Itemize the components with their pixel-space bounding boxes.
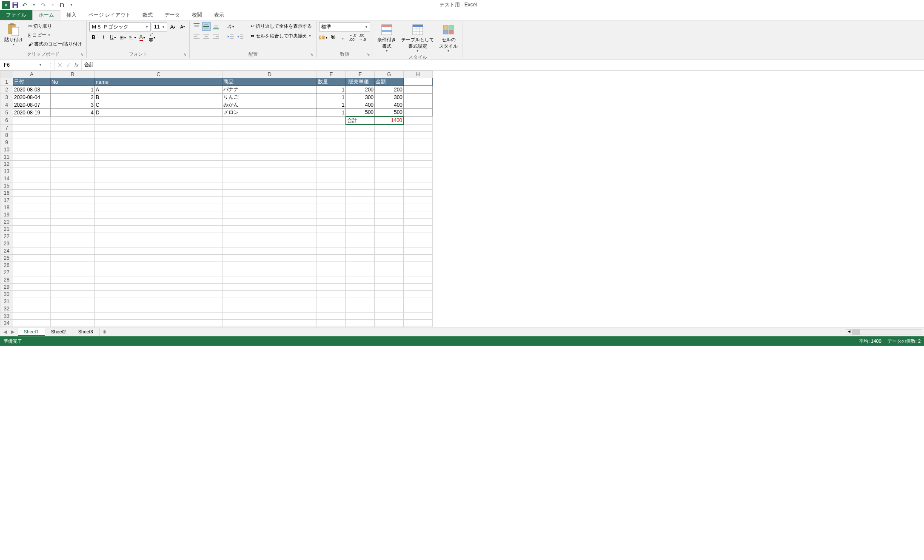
format-as-table-button[interactable]: テーブルとして 書式設定 ▼ bbox=[399, 22, 436, 53]
align-left-icon[interactable] bbox=[192, 32, 201, 41]
redo-icon[interactable]: ↷ bbox=[39, 1, 48, 9]
row-header-15[interactable]: 15 bbox=[0, 182, 13, 190]
row-header-13[interactable]: 13 bbox=[0, 168, 13, 175]
row-header-26[interactable]: 26 bbox=[0, 262, 13, 269]
cell[interactable]: 3 bbox=[51, 101, 95, 109]
excel-logo-icon[interactable]: X bbox=[2, 1, 10, 9]
row-header-30[interactable]: 30 bbox=[0, 291, 13, 298]
align-middle-icon[interactable] bbox=[202, 22, 211, 31]
increase-decimal-icon[interactable]: ←.0.00 bbox=[348, 33, 357, 42]
row-header-18[interactable]: 18 bbox=[0, 204, 13, 211]
row-header-1[interactable]: 1 bbox=[0, 78, 13, 86]
underline-button[interactable]: U▼ bbox=[109, 33, 117, 42]
row-header-34[interactable]: 34 bbox=[0, 320, 13, 327]
row-header-17[interactable]: 17 bbox=[0, 197, 13, 204]
cell[interactable]: 2020-08-04 bbox=[13, 94, 51, 101]
row-header-20[interactable]: 20 bbox=[0, 219, 13, 226]
sheet-tab-sheet1[interactable]: Sheet1 bbox=[18, 328, 45, 336]
cell[interactable]: 300 bbox=[346, 94, 375, 101]
cut-button[interactable]: ✂ 切り取り bbox=[26, 22, 84, 30]
row-header-8[interactable]: 8 bbox=[0, 132, 13, 139]
alignment-launcher-icon[interactable]: ⬊ bbox=[310, 52, 315, 57]
tab-data[interactable]: データ bbox=[159, 10, 186, 20]
qat-customize-icon[interactable]: ▼ bbox=[67, 1, 76, 9]
grow-font-icon[interactable]: A▴ bbox=[168, 23, 177, 31]
row-header-31[interactable]: 31 bbox=[0, 298, 13, 305]
decrease-indent-icon[interactable] bbox=[226, 32, 235, 41]
spreadsheet-grid[interactable]: ABCDEFGH1日付Noname商品数量販売単価金額22020-08-031A… bbox=[0, 71, 924, 327]
font-name-select[interactable]: ＭＳ Ｐゴシック▼ bbox=[89, 22, 151, 31]
cell[interactable]: 2020-08-19 bbox=[13, 109, 51, 117]
sheet-prev-icon[interactable]: ◀ bbox=[3, 329, 7, 335]
col-header-G[interactable]: G bbox=[375, 71, 404, 78]
row-header-32[interactable]: 32 bbox=[0, 305, 13, 313]
cell[interactable]: 4 bbox=[51, 109, 95, 117]
header-cell[interactable]: 販売単価 bbox=[346, 78, 375, 86]
cell[interactable]: 500 bbox=[346, 109, 375, 117]
col-header-F[interactable]: F bbox=[346, 71, 375, 78]
select-all-corner[interactable] bbox=[0, 71, 13, 78]
cell[interactable]: 1 bbox=[317, 86, 346, 94]
cell-styles-button[interactable]: セルの スタイル ▼ bbox=[437, 22, 459, 53]
clipboard-launcher-icon[interactable]: ⬊ bbox=[80, 52, 86, 57]
number-launcher-icon[interactable]: ⬊ bbox=[367, 52, 372, 57]
horizontal-scrollbar[interactable]: ◀ bbox=[846, 329, 922, 335]
formula-input[interactable]: 合計 bbox=[81, 60, 924, 70]
accounting-format-icon[interactable]: 💴▼ bbox=[319, 33, 328, 42]
italic-button[interactable]: I bbox=[99, 33, 108, 42]
cell[interactable]: 2020-08-03 bbox=[13, 86, 51, 94]
cell[interactable]: B bbox=[95, 94, 222, 101]
undo-icon[interactable]: ↶ bbox=[20, 1, 29, 9]
cell[interactable]: C bbox=[95, 101, 222, 109]
tab-insert[interactable]: 挿入 bbox=[60, 10, 83, 20]
row-header-27[interactable]: 27 bbox=[0, 269, 13, 276]
row-header-7[interactable]: 7 bbox=[0, 125, 13, 132]
copy-button[interactable]: ⎘ コピー ▼ bbox=[26, 31, 84, 39]
row-header-19[interactable]: 19 bbox=[0, 211, 13, 219]
col-header-D[interactable]: D bbox=[222, 71, 317, 78]
row-header-16[interactable]: 16 bbox=[0, 190, 13, 197]
cancel-formula-icon[interactable]: ✕ bbox=[57, 62, 63, 68]
header-cell[interactable]: 商品 bbox=[222, 78, 317, 86]
undo-drop-icon[interactable]: ▼ bbox=[30, 1, 38, 9]
header-cell[interactable]: 数量 bbox=[317, 78, 346, 86]
font-size-select[interactable]: 11▼ bbox=[152, 22, 167, 31]
sheet-tab-sheet3[interactable]: Sheet3 bbox=[72, 328, 100, 336]
wrap-text-button[interactable]: ↩ 折り返して全体を表示する bbox=[249, 22, 314, 30]
header-cell[interactable]: name bbox=[95, 78, 222, 86]
col-header-E[interactable]: E bbox=[317, 71, 346, 78]
header-cell[interactable]: No bbox=[51, 78, 95, 86]
comma-icon[interactable]: , bbox=[339, 33, 347, 42]
row-header-9[interactable]: 9 bbox=[0, 139, 13, 146]
row-header-5[interactable]: 5 bbox=[0, 109, 13, 117]
header-cell[interactable]: 日付 bbox=[13, 78, 51, 86]
phonetic-button[interactable]: ア亜▼ bbox=[148, 33, 157, 42]
cell[interactable]: A bbox=[95, 86, 222, 94]
tab-home[interactable]: ホーム bbox=[32, 10, 60, 20]
align-right-icon[interactable] bbox=[212, 32, 220, 41]
row-header-33[interactable]: 33 bbox=[0, 313, 13, 320]
header-cell[interactable]: 金額 bbox=[375, 78, 404, 86]
tab-file[interactable]: ファイル bbox=[0, 10, 32, 20]
paste-button[interactable]: 貼り付け ▼ bbox=[3, 22, 25, 47]
number-format-select[interactable]: 標準▼ bbox=[319, 22, 370, 31]
total-value-cell[interactable]: 1400 bbox=[375, 117, 404, 125]
tab-review[interactable]: 校閲 bbox=[186, 10, 208, 20]
row-header-3[interactable]: 3 bbox=[0, 94, 13, 101]
cell[interactable]: 300 bbox=[375, 94, 404, 101]
row-header-14[interactable]: 14 bbox=[0, 175, 13, 182]
row-header-25[interactable]: 25 bbox=[0, 255, 13, 262]
border-button[interactable]: ⊞▼ bbox=[119, 33, 127, 42]
cell[interactable]: 200 bbox=[346, 86, 375, 94]
total-label-cell[interactable]: 合計 bbox=[346, 117, 375, 125]
fx-icon[interactable]: fx bbox=[74, 62, 79, 68]
row-header-23[interactable]: 23 bbox=[0, 240, 13, 247]
row-header-12[interactable]: 12 bbox=[0, 161, 13, 168]
row-header-21[interactable]: 21 bbox=[0, 226, 13, 233]
row-header-22[interactable]: 22 bbox=[0, 233, 13, 240]
col-header-C[interactable]: C bbox=[95, 71, 222, 78]
cell[interactable]: 400 bbox=[375, 101, 404, 109]
percent-icon[interactable]: % bbox=[329, 33, 337, 42]
col-header-H[interactable]: H bbox=[404, 71, 433, 78]
conditional-format-button[interactable]: 条件付き 書式 ▼ bbox=[376, 22, 398, 53]
